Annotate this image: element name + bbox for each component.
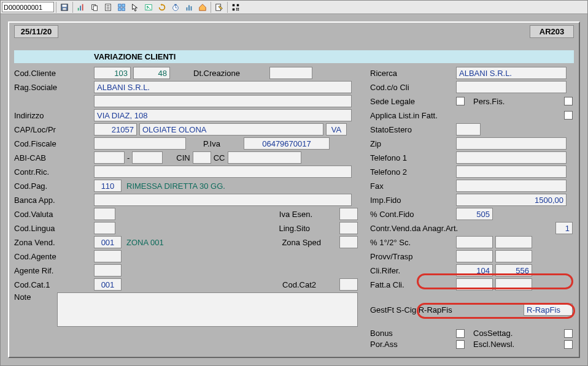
copy-icon[interactable]	[88, 2, 101, 13]
svg-rect-29	[236, 7, 238, 9]
cod-cliente-1-field[interactable]: 103	[94, 67, 131, 79]
label-pers-fis: Pers.Fis.	[473, 97, 505, 106]
svg-rect-28	[233, 8, 235, 10]
gestft-field[interactable]: R-RapFis	[524, 303, 573, 316]
label-cod-cat1: Cod.Cat.1	[14, 280, 94, 289]
label-agente-rif: Agente Rif.	[14, 266, 94, 275]
image-icon[interactable]	[142, 2, 155, 13]
paste-icon[interactable]	[102, 2, 114, 13]
telefono1-field[interactable]	[456, 151, 567, 164]
indirizzo-field[interactable]: VIA DIAZ, 108	[94, 109, 352, 121]
applica-list-checkbox[interactable]	[564, 111, 573, 120]
svg-rect-4	[80, 6, 81, 10]
cossettag-checkbox[interactable]	[564, 329, 573, 338]
label-note: Note	[14, 292, 45, 302]
abi-field[interactable]	[94, 151, 125, 164]
label-sede-legale: Sede Legale	[370, 97, 456, 106]
doc-number-input[interactable]	[2, 2, 54, 12]
fax-field[interactable]	[456, 180, 567, 192]
stato-estero-field[interactable]	[456, 123, 481, 135]
cap-field[interactable]: 21057	[94, 123, 137, 135]
zona-vend-field[interactable]: 001	[94, 236, 122, 248]
pct-sc-2-field[interactable]	[495, 236, 532, 248]
iva-esen-field[interactable]	[339, 208, 358, 220]
save-icon[interactable]	[58, 2, 71, 13]
label-indirizzo: Indirizzo	[14, 111, 94, 120]
fatt-a-cli-2-field[interactable]	[495, 278, 532, 291]
p-iva-field[interactable]: 06479670017	[244, 137, 330, 150]
label-imp-fido: Imp.Fido	[370, 196, 456, 205]
edit-icon[interactable]	[213, 2, 225, 13]
cod-co-cli-field[interactable]	[456, 81, 567, 93]
por-ass-checkbox[interactable]	[456, 340, 465, 349]
svg-rect-22	[187, 7, 188, 10]
zona-sped-field[interactable]	[339, 236, 358, 248]
ricerca-field[interactable]: ALBANI S.R.L.	[456, 67, 567, 79]
banca-app-field[interactable]	[94, 194, 352, 206]
cod-agente-field[interactable]	[94, 250, 122, 262]
svg-rect-12	[118, 4, 121, 6]
cod-pag-desc: RIMESSA DIRETTA 30 GG.	[124, 180, 351, 192]
cod-cat1-field[interactable]: 001	[94, 278, 122, 291]
pct-cont-fido-field[interactable]: 505	[456, 208, 493, 220]
clock-icon[interactable]	[169, 2, 182, 13]
cod-cliente-2-field[interactable]: 48	[133, 67, 170, 79]
cli-rifer-2-field[interactable]: 556	[495, 264, 532, 276]
telefono2-field[interactable]	[456, 166, 567, 178]
escl-newsl-checkbox[interactable]	[564, 340, 573, 349]
cod-cat2-field[interactable]	[339, 278, 358, 291]
label-cod-pag: Cod.Pag.	[14, 181, 94, 191]
contr-ric-field[interactable]	[94, 166, 352, 178]
cc-field[interactable]	[228, 151, 301, 164]
pct-sc-1-field[interactable]	[456, 236, 493, 248]
chart-icon[interactable]	[75, 2, 87, 13]
refresh-icon[interactable]	[156, 2, 168, 13]
label-stato-estero: StatoEstero	[370, 125, 456, 134]
svg-rect-27	[237, 4, 239, 6]
pers-fis-checkbox[interactable]	[564, 97, 573, 105]
label-cap-loc-pr: CAP/Loc/Pr	[14, 125, 94, 134]
label-contr-vend-anagr: Contr.Vend.da Anagr.Art.	[370, 224, 458, 233]
rag-sociale2-field[interactable]	[94, 95, 352, 107]
cod-valuta-field[interactable]	[94, 208, 115, 220]
bars-icon[interactable]	[183, 2, 195, 13]
cli-rifer-1-field[interactable]: 104	[456, 264, 493, 276]
contr-vend-anagr-field[interactable]: 1	[555, 222, 573, 234]
trasp-field[interactable]	[495, 250, 532, 262]
svg-rect-5	[82, 4, 83, 10]
house-icon[interactable]	[196, 2, 209, 13]
label-telefono1: Telefono 1	[370, 153, 456, 162]
label-applica-list: Applica List.in Fatt.	[370, 111, 456, 120]
cod-fiscale-field[interactable]	[94, 137, 186, 150]
bonus-checkbox[interactable]	[456, 329, 465, 338]
note-field[interactable]	[57, 292, 358, 327]
label-contr-ric: Contr.Ric.	[14, 167, 94, 177]
label-cod-lingua: Cod.Lingua	[14, 224, 94, 233]
imp-fido-field[interactable]: 1500,00	[456, 194, 567, 206]
label-cod-agente: Cod.Agente	[14, 252, 94, 261]
loc-field[interactable]: OLGIATE OLONA	[139, 123, 323, 135]
sede-legale-checkbox[interactable]	[456, 97, 465, 105]
pr-field[interactable]: VA	[326, 123, 347, 135]
label-cod-fiscale: Cod.Fiscale	[14, 139, 94, 148]
cab-field[interactable]	[132, 151, 163, 164]
cin-field[interactable]	[193, 151, 211, 164]
svg-rect-3	[78, 7, 79, 10]
agente-rif-field[interactable]	[94, 264, 122, 276]
fatt-a-cli-1-field[interactable]	[456, 278, 493, 291]
zip-field[interactable]	[456, 137, 567, 150]
svg-rect-14	[118, 7, 121, 10]
qr-icon[interactable]	[230, 2, 242, 13]
dt-creazione-field[interactable]	[269, 67, 312, 79]
provv-field[interactable]	[456, 250, 493, 262]
svg-rect-24	[191, 6, 192, 10]
label-zona-sped: Zona Sped	[282, 238, 321, 247]
rag-sociale-field[interactable]: ALBANI S.R.L.	[94, 81, 352, 93]
group-icon[interactable]	[115, 2, 128, 13]
svg-rect-15	[122, 7, 125, 10]
cursor-icon[interactable]	[129, 2, 141, 13]
label-provv-trasp: Provv/Trasp	[370, 252, 456, 261]
cod-lingua-field[interactable]	[94, 222, 115, 234]
ling-sito-field[interactable]	[339, 222, 358, 234]
cod-pag-field[interactable]: 110	[94, 180, 122, 192]
